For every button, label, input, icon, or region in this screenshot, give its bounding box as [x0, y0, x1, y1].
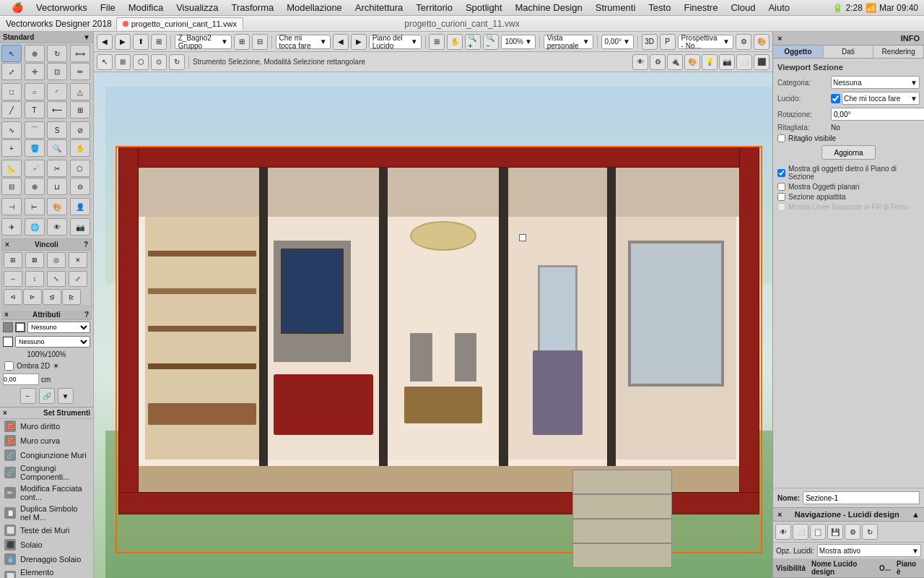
menu-testo[interactable]: Testo	[642, 1, 676, 14]
light-btn[interactable]: 💡	[702, 54, 718, 70]
vincoli-sub-4[interactable]: ⊵	[62, 289, 81, 305]
menu-vectorworks[interactable]: Vectorworks	[30, 1, 93, 14]
info-cb-0[interactable]	[777, 169, 785, 177]
vincoli-btn-8[interactable]: ⤢	[69, 271, 87, 287]
vincoli-sub-2[interactable]: ⊳	[23, 289, 42, 305]
rotate-select-btn[interactable]: ↻	[169, 54, 185, 70]
home-btn[interactable]: ⬆	[133, 34, 149, 50]
nav-settings-btn[interactable]: ⚙	[845, 524, 860, 540]
select-3d-tool[interactable]: ⊕	[25, 45, 45, 62]
render-tool[interactable]: 🎨	[47, 198, 67, 215]
select-mode-btn[interactable]: ↖	[97, 54, 113, 70]
nav-opz-dropdown[interactable]: Mostra attivo ▼	[817, 544, 921, 557]
tab-oggetto[interactable]: Oggetto	[773, 46, 824, 58]
group-btn[interactable]: ⊞	[234, 34, 250, 50]
plane-dropdown[interactable]: Piano del Lucido ▼	[369, 35, 422, 49]
tab-dati[interactable]: Dati	[824, 46, 874, 58]
fly-tool[interactable]: ✈	[1, 218, 22, 236]
vincoli-sub-1[interactable]: ⊲	[4, 289, 22, 305]
rotazione-input[interactable]	[831, 108, 924, 121]
menu-cloud[interactable]: Cloud	[725, 1, 761, 14]
move-tool[interactable]: ✛	[25, 63, 45, 80]
vincoli-btn-5[interactable]: ↔	[4, 271, 22, 287]
nome-input[interactable]	[803, 491, 920, 504]
tool-list-item-1[interactable]: 🧱Muro curva	[0, 434, 93, 448]
menu-aiuto[interactable]: Aiuto	[762, 1, 796, 14]
misc-btn-1[interactable]: −	[20, 388, 36, 404]
subtract-tool[interactable]: ⊖	[70, 178, 90, 195]
vincoli-sub-3[interactable]: ⊴	[43, 289, 61, 305]
plugin-btn[interactable]: 🔌	[667, 54, 683, 70]
knife-tool[interactable]: ✂	[47, 160, 67, 177]
view-dropdown[interactable]: Vista personale ▼	[544, 35, 593, 49]
pan-btn[interactable]: ✋	[447, 34, 463, 50]
info-cb-2[interactable]	[777, 193, 785, 201]
dim-tool[interactable]: ⟵	[47, 101, 67, 118]
layer-dropdown[interactable]: Che mi tocca fare ▼	[276, 35, 331, 49]
freehand-tool[interactable]: ✏	[70, 63, 90, 80]
rotate-tool[interactable]: ↻	[47, 45, 67, 62]
tool-list-item-2[interactable]: 🔗Congiunzione Muri	[0, 448, 93, 462]
document-tab[interactable]: progetto_curioni_cant_11.vwx	[116, 17, 243, 30]
nurbs-tool[interactable]: ∿	[1, 121, 22, 139]
aggiorna-btn[interactable]: Aggiorna	[821, 145, 875, 160]
perspective-btn[interactable]: P	[660, 34, 676, 50]
layer-next[interactable]: ▶	[351, 34, 367, 50]
tool-list-item-9[interactable]: ⬜Elemento strutturale	[0, 566, 93, 578]
orbit-tool[interactable]: 🌐	[25, 218, 45, 236]
select-tool[interactable]: ↖	[1, 45, 22, 62]
menu-machine-design[interactable]: Machine Design	[510, 1, 588, 14]
vincoli-help[interactable]: ?	[84, 241, 88, 249]
eyedropper-tool[interactable]: 💉	[25, 160, 45, 177]
fill-color-swatch[interactable]	[3, 322, 13, 332]
tool-list-item-7[interactable]: ⬛Solaio	[0, 538, 93, 552]
render-btn[interactable]: ⚙	[736, 34, 751, 50]
union-tool[interactable]: ⊔	[47, 178, 67, 195]
lookat-tool[interactable]: 👁	[47, 218, 67, 236]
nav-save-btn[interactable]: 💾	[827, 524, 843, 540]
group-dropdown[interactable]: Z_Bagno2 Gruppo ▼	[175, 35, 232, 49]
lucido-checkbox[interactable]	[831, 94, 840, 103]
tab-rendering[interactable]: Rendering	[873, 46, 924, 58]
locus-tool[interactable]: +	[1, 139, 22, 157]
menu-modellazione[interactable]: Modellazione	[281, 1, 348, 14]
distribute-tool[interactable]: ⊢	[25, 198, 45, 215]
bspline-tool[interactable]: ⌒	[25, 121, 45, 139]
attr-close[interactable]: ×	[4, 311, 9, 319]
nav-close[interactable]: ×	[777, 510, 782, 519]
menu-modifica[interactable]: Modifica	[123, 1, 169, 14]
3dline-tool[interactable]: ⊘	[70, 121, 90, 139]
vincoli-close[interactable]: ×	[5, 241, 9, 249]
walk-tool[interactable]: 👤	[70, 198, 90, 215]
tab-close-btn[interactable]	[123, 21, 128, 27]
categoria-dropdown[interactable]: Nessuna ▼	[831, 76, 920, 89]
camera-btn[interactable]: 📷	[719, 54, 735, 70]
rect-select-btn[interactable]: ⊞	[115, 54, 131, 70]
misc-btn-2[interactable]: 🔗	[39, 388, 55, 404]
fit-btn[interactable]: ⊞	[429, 34, 445, 50]
measure-tool[interactable]: 📐	[1, 160, 22, 177]
tool-list-item-6[interactable]: ⬜Teste dei Muri	[0, 523, 93, 538]
reshape-tool[interactable]: ⬡	[70, 160, 90, 177]
poly-select-btn[interactable]: ⬡	[133, 54, 149, 70]
right-panel-close[interactable]: ×	[777, 34, 782, 43]
fill-dropdown[interactable]: Nessuno	[27, 322, 90, 333]
surface-btn[interactable]: ⬛	[754, 54, 770, 70]
misc-btn-3[interactable]: ▼	[58, 388, 74, 404]
text-tool[interactable]: T	[25, 101, 45, 118]
info-cb-1[interactable]	[777, 183, 785, 191]
standard-expand[interactable]: ▼	[83, 33, 90, 41]
arc-tool[interactable]: ◜	[47, 83, 67, 100]
camera-tool[interactable]: 📷	[70, 218, 90, 236]
shadow-checkbox[interactable]	[4, 361, 14, 371]
ritaglio-visibile-checkbox[interactable]	[777, 134, 785, 142]
zoom-tool[interactable]: 🔍	[47, 139, 67, 157]
shadow-value-input[interactable]	[3, 374, 39, 385]
fwd-btn[interactable]: ▶	[115, 34, 131, 50]
zoom-in-btn[interactable]: 🔍+	[465, 34, 481, 50]
tool-list-item-8[interactable]: 💧Drenaggio Solaio	[0, 552, 93, 566]
material-btn[interactable]: ⬜	[736, 54, 752, 70]
stroke-color-swatch[interactable]	[15, 322, 25, 332]
hand-tool[interactable]: ✋	[70, 139, 90, 157]
tool-list-item-0[interactable]: 🧱Muro diritto	[0, 419, 93, 434]
